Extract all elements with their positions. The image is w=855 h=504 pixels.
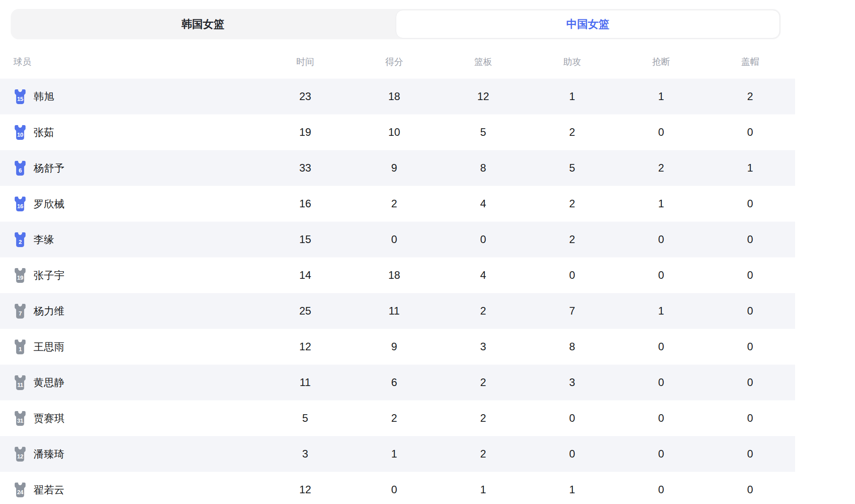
table-header-row: 球员 时间 得分 篮板 助攻 抢断 盖帽: [0, 39, 795, 79]
stat-cell-assists: 1: [528, 483, 617, 496]
stat-cell-assists: 7: [528, 305, 617, 317]
jersey-number: 19: [13, 272, 27, 283]
stat-cell-steals: 0: [617, 269, 706, 281]
jersey-number: 16: [13, 201, 27, 211]
player-name: 翟若云: [34, 483, 64, 497]
jersey-badge: 6: [13, 160, 27, 176]
stat-cell-assists: 5: [528, 162, 617, 174]
stat-cell-blocks: 0: [706, 305, 795, 317]
stat-cell-rebounds: 2: [439, 412, 528, 424]
stat-cell-rebounds: 2: [439, 305, 528, 317]
player-cell: 12 潘臻琦: [0, 446, 261, 462]
player-name: 韩旭: [34, 90, 54, 104]
stat-cell-rebounds: 1: [439, 483, 528, 496]
player-cell: 16 罗欣械: [0, 196, 261, 211]
stat-cell-points: 11: [350, 305, 439, 317]
stat-cell-rebounds: 2: [439, 448, 528, 460]
player-cell: 19 张子宇: [0, 268, 261, 283]
table-row: 15 韩旭 23 18 12 1 1 2: [0, 79, 795, 114]
player-name: 张子宇: [34, 269, 64, 282]
jersey-badge: 2: [13, 232, 27, 247]
jersey-number: 11: [13, 379, 27, 390]
player-name: 黄思静: [34, 376, 64, 390]
stat-cell-points: 2: [350, 197, 439, 210]
stat-cell-minutes: 15: [261, 233, 350, 246]
stat-cell-steals: 2: [617, 162, 706, 174]
stat-cell-minutes: 23: [261, 90, 350, 103]
column-header-assists: 助攻: [528, 56, 617, 68]
stat-cell-minutes: 16: [261, 197, 350, 210]
stat-cell-assists: 1: [528, 90, 617, 103]
jersey-badge: 31: [13, 411, 27, 426]
stat-cell-blocks: 0: [706, 269, 795, 281]
player-cell: 2 李缘: [0, 232, 261, 247]
stat-cell-points: 18: [350, 269, 439, 281]
jersey-number: 6: [13, 165, 27, 176]
stat-cell-rebounds: 2: [439, 376, 528, 389]
jersey-number: 31: [13, 415, 27, 426]
stat-cell-minutes: 11: [261, 376, 350, 389]
tab-china-label: 中国女篮: [567, 17, 610, 31]
jersey-number: 7: [13, 308, 27, 319]
player-cell: 11 黄思静: [0, 375, 261, 390]
table-row: 12 潘臻琦 3 1 2 0 0 0: [0, 436, 795, 472]
stat-cell-blocks: 0: [706, 340, 795, 353]
jersey-badge: 11: [13, 375, 27, 390]
player-cell: 31 贾赛琪: [0, 411, 261, 426]
player-stats-table: 球员 时间 得分 篮板 助攻 抢断 盖帽 15 韩旭 23 18 12 1 1 …: [0, 39, 795, 504]
jersey-number: 1: [13, 344, 27, 354]
stat-cell-minutes: 19: [261, 126, 350, 139]
tab-korea-team[interactable]: 韩国女篮: [11, 9, 395, 39]
stat-cell-steals: 0: [617, 233, 706, 246]
tab-china-team[interactable]: 中国女篮: [396, 10, 780, 38]
stat-cell-blocks: 0: [706, 233, 795, 246]
player-cell: 7 杨力维: [0, 303, 261, 319]
column-header-player: 球员: [0, 56, 261, 68]
stat-cell-assists: 2: [528, 197, 617, 210]
jersey-number: 12: [13, 451, 27, 462]
stat-cell-steals: 1: [617, 305, 706, 317]
stat-cell-rebounds: 0: [439, 233, 528, 246]
player-name: 王思雨: [34, 340, 64, 354]
column-header-rebounds: 篮板: [439, 56, 528, 68]
player-name: 杨力维: [34, 304, 64, 318]
jersey-number: 15: [13, 93, 27, 104]
jersey-badge: 1: [13, 339, 27, 354]
stat-cell-blocks: 0: [706, 483, 795, 496]
stat-cell-points: 0: [350, 233, 439, 246]
stat-cell-rebounds: 5: [439, 126, 528, 139]
player-name: 李缘: [34, 233, 54, 247]
player-name: 杨舒予: [34, 161, 64, 175]
jersey-badge: 15: [13, 89, 27, 104]
stat-cell-minutes: 12: [261, 340, 350, 353]
stat-cell-steals: 1: [617, 90, 706, 103]
stat-cell-points: 9: [350, 340, 439, 353]
column-header-points: 得分: [350, 56, 439, 68]
stat-cell-assists: 8: [528, 340, 617, 353]
stat-cell-steals: 0: [617, 376, 706, 389]
player-cell: 6 杨舒予: [0, 160, 261, 176]
stat-cell-steals: 0: [617, 340, 706, 353]
player-cell: 24 翟若云: [0, 482, 261, 497]
stat-cell-blocks: 0: [706, 412, 795, 424]
table-row: 2 李缘 15 0 0 2 0 0: [0, 222, 795, 257]
player-name: 贾赛琪: [34, 412, 64, 425]
table-row: 16 罗欣械 16 2 4 2 1 0: [0, 186, 795, 222]
stat-cell-points: 18: [350, 90, 439, 103]
stat-cell-blocks: 2: [706, 90, 795, 103]
player-cell: 1 王思雨: [0, 339, 261, 354]
stat-cell-steals: 0: [617, 126, 706, 139]
table-row: 11 黄思静 11 6 2 3 0 0: [0, 365, 795, 400]
stat-cell-blocks: 0: [706, 197, 795, 210]
table-row: 6 杨舒予 33 9 8 5 2 1: [0, 150, 795, 186]
stat-cell-rebounds: 8: [439, 162, 528, 174]
stat-cell-points: 1: [350, 448, 439, 460]
stat-cell-blocks: 0: [706, 376, 795, 389]
stat-cell-minutes: 14: [261, 269, 350, 281]
player-name: 张茹: [34, 126, 54, 139]
jersey-badge: 7: [13, 303, 27, 319]
stat-cell-assists: 2: [528, 126, 617, 139]
column-header-blocks: 盖帽: [706, 56, 795, 68]
jersey-number: 24: [13, 487, 27, 497]
jersey-number: 2: [13, 236, 27, 247]
